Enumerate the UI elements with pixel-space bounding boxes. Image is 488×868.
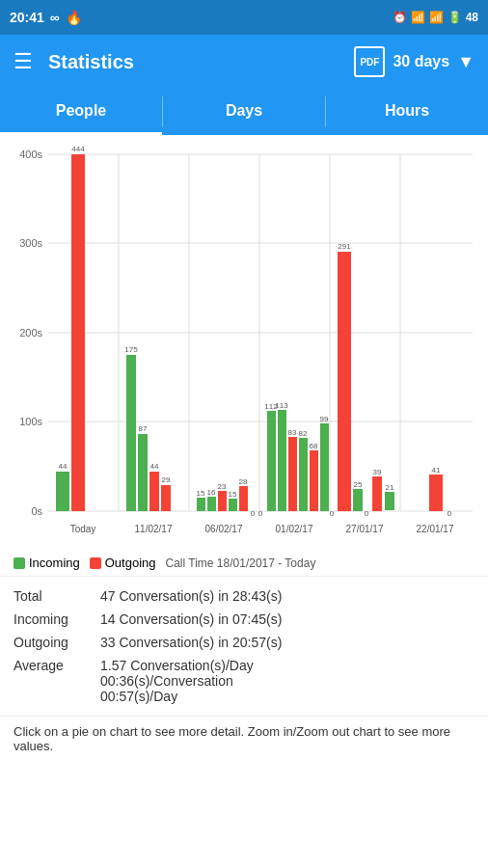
svg-text:400s: 400s [19,149,42,160]
stats-total-row: Total 47 Conversation(s) in 28:43(s) [14,584,474,608]
footer-text: Click on a pie on chart to see more deta… [14,724,450,753]
legend-outgoing: Outgoing [90,556,156,570]
alarm-icon: ⏰ [393,11,407,24]
svg-text:0: 0 [365,509,369,518]
svg-rect-51 [299,438,308,511]
status-time: 20:41 [10,10,44,25]
svg-text:83: 83 [288,428,297,437]
svg-rect-49 [288,437,297,511]
svg-rect-53 [310,450,318,511]
svg-text:39: 39 [373,468,382,476]
svg-rect-37 [218,491,227,511]
svg-text:200s: 200s [19,327,42,339]
tab-people[interactable]: People [0,89,162,135]
dropdown-arrow-icon[interactable]: ▼ [457,52,474,72]
stats-table: Total 47 Conversation(s) in 28:43(s) Inc… [0,577,488,716]
svg-text:68: 68 [310,442,318,450]
status-right: ⏰ 📶 📶 🔋 48 [393,11,478,24]
svg-text:06/02/17: 06/02/17 [205,524,243,534]
total-label: Total [14,588,100,604]
svg-text:23: 23 [218,482,227,491]
footer-note: Click on a pie on chart to see more deta… [0,716,488,761]
svg-rect-55 [320,423,329,511]
svg-text:0: 0 [330,509,335,518]
svg-rect-47 [278,410,286,511]
svg-text:28: 28 [239,477,248,486]
svg-text:175: 175 [124,345,138,354]
tab-days[interactable]: Days [163,89,325,135]
svg-text:0: 0 [447,509,452,518]
outgoing-label: Outgoing [14,635,100,650]
svg-text:444: 444 [71,145,85,153]
svg-text:0: 0 [251,509,256,518]
svg-text:11/02/17: 11/02/17 [135,524,173,534]
svg-rect-33 [197,498,205,511]
svg-rect-65 [385,492,394,510]
svg-rect-27 [138,434,148,511]
svg-text:44: 44 [59,462,68,471]
outgoing-legend-label: Outgoing [105,556,156,570]
chart-container[interactable]: 0s 100s 200s 300s 400s Today 11/02/17 06… [0,135,488,550]
signal-icon: 📶 [429,11,444,24]
svg-text:41: 41 [432,466,441,475]
days-filter-button[interactable]: 30 days [393,53,449,70]
stats-outgoing-row: Outgoing 33 Conversation(s) in 20:57(s) [14,631,474,654]
stats-average-row: Average 1.57 Conversation(s)/Day 00:36(s… [14,654,474,708]
flame-icon: 🔥 [66,10,82,25]
incoming-value: 14 Conversation(s) in 07:45(s) [100,611,282,627]
svg-text:Today: Today [70,524,96,534]
incoming-label: Incoming [14,611,100,627]
wifi-icon: 📶 [411,11,425,24]
svg-text:25: 25 [354,480,363,489]
page-title: Statistics [48,51,354,73]
top-right-actions: PDF 30 days ▼ [354,46,474,77]
svg-text:15: 15 [197,489,205,498]
status-bar: 20:41 ∞ 🔥 ⏰ 📶 📶 🔋 48 [0,0,488,35]
svg-rect-39 [229,499,237,511]
average-value: 1.57 Conversation(s)/Day 00:36(s)/Conver… [100,658,254,704]
call-time-legend-label: Call Time 18/01/2017 - Today [166,556,316,570]
svg-text:82: 82 [299,429,308,438]
svg-text:0: 0 [258,509,263,518]
svg-text:100s: 100s [19,416,42,427]
svg-text:300s: 300s [19,237,42,249]
svg-rect-60 [353,489,363,511]
svg-text:22/01/17: 22/01/17 [417,524,454,534]
battery-icon: 🔋 [447,11,462,24]
stats-incoming-row: Incoming 14 Conversation(s) in 07:45(s) [14,608,474,631]
svg-rect-45 [267,411,276,511]
svg-text:291: 291 [338,242,351,251]
svg-text:21: 21 [386,483,394,492]
svg-rect-35 [207,497,216,511]
svg-text:44: 44 [150,462,159,471]
svg-text:87: 87 [139,424,148,433]
svg-text:0s: 0s [31,505,42,517]
incoming-legend-label: Incoming [29,556,80,570]
hamburger-menu[interactable]: ☰ [14,49,33,74]
svg-text:01/02/17: 01/02/17 [276,524,313,534]
svg-rect-41 [239,486,248,511]
svg-text:15: 15 [229,490,237,499]
chart-legend: Incoming Outgoing Call Time 18/01/2017 -… [0,550,488,577]
tab-hours[interactable]: Hours [326,89,488,135]
status-left: 20:41 ∞ 🔥 [10,10,82,25]
svg-rect-67 [429,475,443,511]
outgoing-color-dot [90,557,101,569]
svg-rect-63 [372,476,382,511]
svg-rect-25 [126,355,136,511]
infinity-icon: ∞ [50,10,60,25]
svg-text:16: 16 [207,488,216,497]
svg-rect-21 [56,472,69,511]
average-label: Average [14,658,100,673]
svg-text:113: 113 [275,401,288,410]
battery-level: 48 [466,11,478,24]
legend-incoming: Incoming [14,556,80,570]
tab-bar: People Days Hours [0,89,488,135]
svg-text:27/01/17: 27/01/17 [346,524,384,534]
total-value: 47 Conversation(s) in 28:43(s) [100,588,282,604]
pdf-button[interactable]: PDF [354,46,385,77]
svg-rect-58 [338,252,351,511]
bar-chart: 0s 100s 200s 300s 400s Today 11/02/17 06… [0,135,488,550]
svg-rect-31 [161,485,171,511]
top-bar: ☰ Statistics PDF 30 days ▼ [0,35,488,89]
